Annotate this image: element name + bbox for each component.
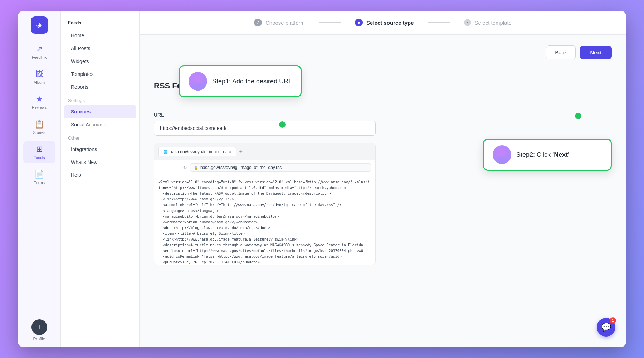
content-line-9: <item> <title>A Leisurely Swim</title>: [158, 231, 371, 237]
profile-initial: T: [38, 324, 41, 330]
step3-label: Select template: [475, 20, 512, 26]
svg-point-0: [194, 75, 202, 83]
nav-all-posts[interactable]: All Posts: [64, 42, 136, 55]
feeds-label: Feeds: [34, 155, 45, 160]
step-connector-2: [428, 22, 450, 23]
content-line-1: <?xml version="1.0" encoding="utf-8" ?> …: [158, 179, 371, 191]
forms-icon: 📄: [34, 170, 44, 179]
nav-widgets[interactable]: Widgets: [64, 55, 136, 68]
step-select-source-type: ● Select source type: [355, 19, 414, 26]
back-button[interactable]: Back: [546, 45, 576, 59]
nav-home[interactable]: Home: [64, 29, 136, 42]
feedlink-icon: ↗: [36, 44, 43, 54]
browser-tab[interactable]: 🌐 nasa.gov/rss/dyn/lg_image_o/ ✕: [158, 147, 236, 156]
svg-point-1: [191, 83, 204, 91]
app-logo[interactable]: ◈: [31, 16, 48, 34]
content-line-7: <webMaster>brian.dunbar@nasa.gov</webMas…: [158, 219, 371, 225]
browser-preview: 🌐 nasa.gov/rss/dyn/lg_image_o/ ✕ + ← → ↻…: [154, 143, 376, 265]
connector-dot-2: [575, 113, 581, 119]
browser-tab-bar: 🌐 nasa.gov/rss/dyn/lg_image_o/ ✕ +: [154, 143, 375, 160]
forms-label: Forms: [34, 180, 45, 185]
stories-label: Stories: [33, 130, 45, 135]
feeds-icon: ⊞: [36, 145, 43, 154]
nav-sources[interactable]: Sources: [64, 105, 136, 118]
tooltip1-text: Step1: Add the desired URL: [212, 78, 292, 85]
sidebar-item-feeds[interactable]: ⊞ Feeds: [23, 141, 55, 163]
back-nav-icon[interactable]: ←: [158, 164, 168, 171]
content-area: Step1: Add the desired URL RSS Feed Back…: [140, 35, 626, 347]
sidebar-item-reviews[interactable]: ★ Reviews: [23, 91, 55, 113]
step-choose-platform: ✓ Choose platform: [254, 19, 305, 26]
step2-circle: ●: [355, 19, 363, 26]
sidebar-item-feedlink[interactable]: ↗ Feedlink: [23, 41, 55, 63]
album-icon: 🖼: [35, 69, 43, 79]
tooltip1-avatar: [189, 72, 207, 91]
tooltip2-text: Step2: Click 'Next': [516, 151, 570, 159]
logo-symbol: ◈: [36, 21, 42, 29]
content-line-12: <enclosure url="http://www.nasa.gov/site…: [158, 248, 371, 254]
content-line-13: <guid isPermaLink="false">http://www.nas…: [158, 254, 371, 260]
nav-whats-new[interactable]: What's New: [64, 156, 136, 169]
nav-social-accounts[interactable]: Social Accounts: [64, 118, 136, 131]
tab-close-icon[interactable]: ✕: [229, 150, 231, 154]
app-container: ◈ ↗ Feedlink 🖼 Album ★ Reviews 📋 Stories…: [18, 11, 626, 347]
address-text: nasa.gov/rss/dyn/lg_image_of_the_day.rss: [200, 165, 282, 170]
address-bar[interactable]: 🔒 nasa.gov/rss/dyn/lg_image_of_the_day.r…: [190, 163, 371, 172]
reviews-icon: ★: [36, 95, 43, 104]
url-section: URL: [154, 112, 612, 136]
content-line-3: <link>http://www.nasa.gov/</link>: [158, 197, 371, 202]
profile-section: T Profile: [31, 319, 47, 342]
main-content: ✓ Choose platform ● Select source type 3…: [140, 11, 626, 347]
nav-feeds-label: Feeds: [61, 16, 139, 29]
sidebar-item-forms[interactable]: 📄 Forms: [23, 166, 55, 188]
svg-point-3: [498, 148, 506, 157]
connector-dot-1: [279, 121, 286, 128]
tooltip-step1: Step1: Add the desired URL: [179, 65, 302, 97]
step1-circle: ✓: [254, 19, 262, 26]
nav-help[interactable]: Help: [64, 169, 136, 182]
avatar-image: [189, 72, 207, 91]
tooltip2-avatar: [493, 145, 511, 164]
tab-favicon: 🌐: [163, 150, 167, 154]
tooltip2-bold: 'Next': [552, 151, 570, 158]
nav-templates[interactable]: Templates: [64, 68, 136, 81]
svg-point-4: [496, 157, 508, 164]
reviews-label: Reviews: [32, 105, 47, 110]
content-line-5: <language>en-us</language>: [158, 208, 371, 214]
content-line-4: <atom:link rel="self" href="http://www.n…: [158, 202, 371, 208]
album-label: Album: [34, 80, 45, 84]
profile-avatar[interactable]: T: [31, 319, 47, 335]
next-button[interactable]: Next: [580, 46, 612, 59]
url-label: URL: [154, 112, 612, 118]
content-line-10: <link>http://www.nasa.gov/image-feature/…: [158, 237, 371, 242]
avatar2-image: [493, 145, 511, 164]
new-tab-icon[interactable]: +: [239, 149, 242, 155]
content-line-2: <description>The latest NASA &quot;Image…: [158, 191, 371, 197]
step-connector-1: [319, 22, 341, 23]
stories-icon: 📋: [34, 120, 44, 129]
tab-label: nasa.gov/rss/dyn/lg_image_o/: [170, 149, 226, 154]
settings-section-header: Settings: [61, 93, 139, 105]
feedlink-label: Feedlink: [32, 55, 47, 59]
content-line-14: <pubDate>Tue, 26 Sep 2023 11:41 EDT</pub…: [158, 260, 371, 265]
nav-reports[interactable]: Reports: [64, 81, 136, 93]
icon-sidebar: ◈ ↗ Feedlink 🖼 Album ★ Reviews 📋 Stories…: [18, 11, 61, 347]
content-line-6: <managingEditor>brian.dunbar@nasa.gov</m…: [158, 214, 371, 219]
refresh-icon[interactable]: ↻: [183, 165, 187, 170]
nav-sidebar: Feeds Home All Posts Widgets Templates R…: [61, 11, 140, 347]
sidebar-item-stories[interactable]: 📋 Stories: [23, 116, 55, 138]
forward-nav-icon[interactable]: →: [171, 164, 180, 171]
notification-badge: 1: [610, 317, 616, 324]
chat-icon: 💬: [601, 323, 611, 332]
url-input[interactable]: [154, 121, 376, 136]
content-line-11: <description>A turtle moves through a wa…: [158, 242, 371, 248]
nav-integrations[interactable]: Integrations: [64, 143, 136, 156]
browser-controls: ← → ↻ 🔒 nasa.gov/rss/dyn/lg_image_of_the…: [154, 160, 375, 175]
browser-content: <?xml version="1.0" encoding="utf-8" ?> …: [154, 175, 375, 265]
chat-bubble[interactable]: 💬 1: [597, 318, 615, 337]
action-bar: Back Next: [546, 45, 612, 59]
step1-label: Choose platform: [265, 20, 305, 26]
lock-icon: 🔒: [194, 166, 198, 170]
sidebar-item-album[interactable]: 🖼 Album: [23, 66, 55, 88]
step-select-template: 3 Select template: [464, 19, 512, 26]
